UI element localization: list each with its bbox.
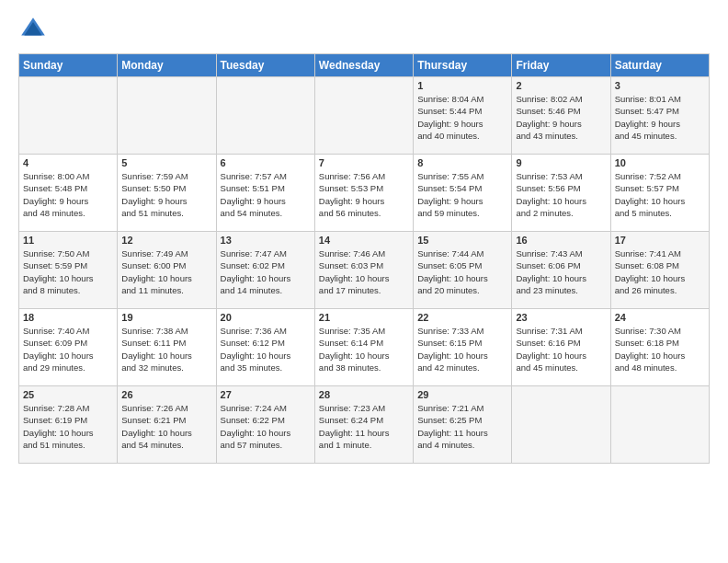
day-number: 3 — [615, 80, 705, 91]
calendar-cell — [216, 77, 314, 155]
day-info: Sunrise: 7:53 AM Sunset: 5:56 PM Dayligh… — [516, 170, 606, 219]
day-info: Sunrise: 7:49 AM Sunset: 6:00 PM Dayligh… — [121, 247, 211, 296]
calendar-cell: 18Sunrise: 7:40 AM Sunset: 6:09 PM Dayli… — [19, 309, 118, 386]
day-info: Sunrise: 7:36 AM Sunset: 6:12 PM Dayligh… — [221, 325, 311, 373]
calendar-cell — [118, 77, 216, 155]
day-header-sunday: Sunday — [19, 54, 118, 77]
day-info: Sunrise: 7:26 AM Sunset: 6:21 PM Dayligh… — [121, 402, 211, 451]
calendar-cell: 17Sunrise: 7:41 AM Sunset: 6:08 PM Dayli… — [610, 232, 709, 309]
day-number: 5 — [121, 157, 211, 168]
day-number: 24 — [615, 312, 705, 323]
calendar-cell: 12Sunrise: 7:49 AM Sunset: 6:00 PM Dayli… — [118, 232, 216, 309]
calendar-cell: 15Sunrise: 7:44 AM Sunset: 6:05 PM Dayli… — [414, 232, 512, 309]
day-number: 2 — [516, 80, 606, 91]
calendar-cell: 24Sunrise: 7:30 AM Sunset: 6:18 PM Dayli… — [610, 309, 709, 386]
day-number: 4 — [23, 157, 113, 168]
calendar-cell — [610, 386, 709, 464]
calendar-cell: 1Sunrise: 8:04 AM Sunset: 5:44 PM Daylig… — [414, 77, 512, 155]
day-info: Sunrise: 7:21 AM Sunset: 6:25 PM Dayligh… — [417, 402, 507, 451]
day-info: Sunrise: 7:59 AM Sunset: 5:50 PM Dayligh… — [121, 170, 211, 219]
calendar-cell: 19Sunrise: 7:38 AM Sunset: 6:11 PM Dayli… — [118, 309, 216, 386]
day-number: 14 — [319, 235, 409, 246]
day-info: Sunrise: 8:04 AM Sunset: 5:44 PM Dayligh… — [417, 93, 507, 142]
day-header-friday: Friday — [512, 54, 610, 77]
day-number: 17 — [615, 235, 705, 246]
day-number: 11 — [23, 235, 113, 246]
day-number: 22 — [417, 312, 507, 323]
day-info: Sunrise: 7:31 AM Sunset: 6:16 PM Dayligh… — [516, 325, 606, 373]
logo-icon — [18, 15, 48, 44]
logo — [18, 15, 51, 44]
day-number: 28 — [319, 389, 409, 400]
calendar-cell: 13Sunrise: 7:47 AM Sunset: 6:02 PM Dayli… — [216, 232, 314, 309]
day-number: 9 — [516, 157, 606, 168]
calendar-cell: 25Sunrise: 7:28 AM Sunset: 6:19 PM Dayli… — [19, 386, 118, 464]
week-row-3: 11Sunrise: 7:50 AM Sunset: 5:59 PM Dayli… — [19, 232, 710, 309]
calendar-cell: 10Sunrise: 7:52 AM Sunset: 5:57 PM Dayli… — [610, 155, 709, 232]
day-info: Sunrise: 7:40 AM Sunset: 6:09 PM Dayligh… — [23, 325, 113, 373]
day-info: Sunrise: 7:57 AM Sunset: 5:51 PM Dayligh… — [221, 170, 311, 219]
day-number: 26 — [121, 389, 211, 400]
day-number: 15 — [417, 235, 507, 246]
calendar-cell: 22Sunrise: 7:33 AM Sunset: 6:15 PM Dayli… — [414, 309, 512, 386]
day-number: 25 — [23, 389, 113, 400]
day-number: 29 — [417, 389, 507, 400]
calendar-cell: 5Sunrise: 7:59 AM Sunset: 5:50 PM Daylig… — [118, 155, 216, 232]
calendar-cell: 20Sunrise: 7:36 AM Sunset: 6:12 PM Dayli… — [216, 309, 314, 386]
day-number: 7 — [319, 157, 409, 168]
day-info: Sunrise: 8:00 AM Sunset: 5:48 PM Dayligh… — [23, 170, 113, 219]
day-header-wednesday: Wednesday — [314, 54, 413, 77]
day-info: Sunrise: 7:38 AM Sunset: 6:11 PM Dayligh… — [121, 325, 211, 373]
calendar-cell — [314, 77, 413, 155]
day-info: Sunrise: 7:44 AM Sunset: 6:05 PM Dayligh… — [417, 247, 507, 296]
day-number: 19 — [121, 312, 211, 323]
calendar-cell: 26Sunrise: 7:26 AM Sunset: 6:21 PM Dayli… — [118, 386, 216, 464]
day-info: Sunrise: 7:28 AM Sunset: 6:19 PM Dayligh… — [23, 402, 113, 451]
calendar-cell — [512, 386, 610, 464]
day-info: Sunrise: 7:23 AM Sunset: 6:24 PM Dayligh… — [319, 402, 409, 451]
calendar-cell: 23Sunrise: 7:31 AM Sunset: 6:16 PM Dayli… — [512, 309, 610, 386]
calendar-table: SundayMondayTuesdayWednesdayThursdayFrid… — [18, 53, 710, 464]
day-header-thursday: Thursday — [414, 54, 512, 77]
calendar-cell: 11Sunrise: 7:50 AM Sunset: 5:59 PM Dayli… — [19, 232, 118, 309]
day-info: Sunrise: 7:35 AM Sunset: 6:14 PM Dayligh… — [319, 325, 409, 373]
day-number: 23 — [516, 312, 606, 323]
calendar-header-row: SundayMondayTuesdayWednesdayThursdayFrid… — [19, 54, 710, 77]
day-number: 1 — [417, 80, 507, 91]
day-number: 13 — [221, 235, 311, 246]
day-info: Sunrise: 7:47 AM Sunset: 6:02 PM Dayligh… — [221, 247, 311, 296]
day-number: 6 — [221, 157, 311, 168]
calendar-cell: 2Sunrise: 8:02 AM Sunset: 5:46 PM Daylig… — [512, 77, 610, 155]
calendar-cell: 27Sunrise: 7:24 AM Sunset: 6:22 PM Dayli… — [216, 386, 314, 464]
day-number: 8 — [417, 157, 507, 168]
header — [18, 15, 710, 44]
calendar-cell: 6Sunrise: 7:57 AM Sunset: 5:51 PM Daylig… — [216, 155, 314, 232]
calendar-cell: 4Sunrise: 8:00 AM Sunset: 5:48 PM Daylig… — [19, 155, 118, 232]
day-number: 20 — [221, 312, 311, 323]
calendar-cell: 16Sunrise: 7:43 AM Sunset: 6:06 PM Dayli… — [512, 232, 610, 309]
day-info: Sunrise: 7:41 AM Sunset: 6:08 PM Dayligh… — [615, 247, 705, 296]
day-header-tuesday: Tuesday — [216, 54, 314, 77]
week-row-5: 25Sunrise: 7:28 AM Sunset: 6:19 PM Dayli… — [19, 386, 710, 464]
calendar-cell: 28Sunrise: 7:23 AM Sunset: 6:24 PM Dayli… — [314, 386, 413, 464]
day-info: Sunrise: 7:56 AM Sunset: 5:53 PM Dayligh… — [319, 170, 409, 219]
day-number: 21 — [319, 312, 409, 323]
day-number: 12 — [121, 235, 211, 246]
day-info: Sunrise: 8:02 AM Sunset: 5:46 PM Dayligh… — [516, 93, 606, 142]
day-info: Sunrise: 7:55 AM Sunset: 5:54 PM Dayligh… — [417, 170, 507, 219]
day-number: 16 — [516, 235, 606, 246]
day-info: Sunrise: 7:33 AM Sunset: 6:15 PM Dayligh… — [417, 325, 507, 373]
day-info: Sunrise: 8:01 AM Sunset: 5:47 PM Dayligh… — [615, 93, 705, 142]
day-info: Sunrise: 7:52 AM Sunset: 5:57 PM Dayligh… — [615, 170, 705, 219]
calendar-cell: 3Sunrise: 8:01 AM Sunset: 5:47 PM Daylig… — [610, 77, 709, 155]
page: SundayMondayTuesdayWednesdayThursdayFrid… — [0, 0, 728, 473]
day-number: 10 — [615, 157, 705, 168]
day-info: Sunrise: 7:24 AM Sunset: 6:22 PM Dayligh… — [221, 402, 311, 451]
calendar-cell: 9Sunrise: 7:53 AM Sunset: 5:56 PM Daylig… — [512, 155, 610, 232]
week-row-1: 1Sunrise: 8:04 AM Sunset: 5:44 PM Daylig… — [19, 77, 710, 155]
calendar-cell: 8Sunrise: 7:55 AM Sunset: 5:54 PM Daylig… — [414, 155, 512, 232]
day-info: Sunrise: 7:43 AM Sunset: 6:06 PM Dayligh… — [516, 247, 606, 296]
day-header-saturday: Saturday — [610, 54, 709, 77]
calendar-cell: 29Sunrise: 7:21 AM Sunset: 6:25 PM Dayli… — [414, 386, 512, 464]
week-row-2: 4Sunrise: 8:00 AM Sunset: 5:48 PM Daylig… — [19, 155, 710, 232]
